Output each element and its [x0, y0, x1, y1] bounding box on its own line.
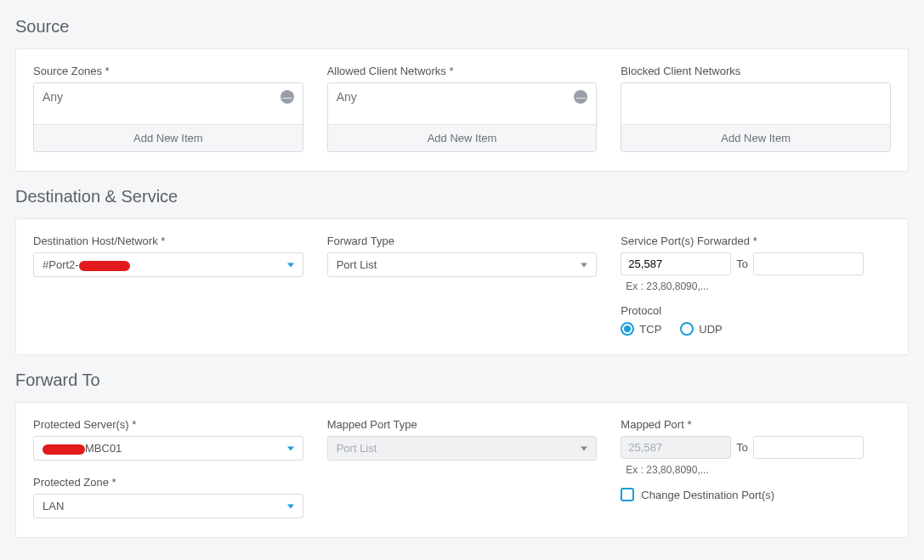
destination-host-label: Destination Host/Network *: [33, 235, 303, 247]
allowed-networks-add-button[interactable]: Add New Item: [328, 124, 597, 151]
remove-icon[interactable]: —: [281, 90, 294, 104]
allowed-networks-box: Any — Add New Item: [327, 82, 598, 152]
blocked-networks-add-button[interactable]: Add New Item: [621, 124, 890, 151]
source-zones-content: Any —: [34, 83, 303, 124]
remove-icon[interactable]: —: [574, 90, 587, 104]
change-destination-port-checkbox[interactable]: Change Destination Port(s): [621, 488, 891, 501]
mapped-port-from-input: [621, 436, 731, 459]
source-section-title: Source: [15, 17, 909, 37]
source-zones-value: Any: [43, 90, 63, 104]
source-zones-add-button[interactable]: Add New Item: [34, 124, 303, 151]
chevron-down-icon: [287, 446, 294, 450]
service-ports-from-input[interactable]: [621, 252, 731, 275]
protected-zone-value: LAN: [43, 500, 64, 512]
chevron-down-icon: [287, 504, 294, 508]
blocked-networks-label: Blocked Client Networks: [621, 65, 891, 77]
redacted-text: [43, 444, 85, 455]
protected-zone-label: Protected Zone *: [33, 476, 303, 489]
chevron-down-icon: [287, 263, 294, 267]
protected-server-suffix: MBC01: [85, 442, 122, 455]
allowed-networks-label: Allowed Client Networks *: [327, 65, 598, 77]
destination-host-select[interactable]: #Port2-: [33, 252, 303, 277]
forward-type-select[interactable]: Port List: [327, 252, 598, 277]
forward-type-value: Port List: [337, 258, 377, 271]
protocol-tcp-radio[interactable]: TCP: [621, 322, 661, 336]
mapped-port-label: Mapped Port *: [621, 418, 891, 431]
radio-icon: [680, 322, 694, 336]
source-zones-label: Source Zones *: [33, 65, 303, 77]
protocol-udp-label: UDP: [699, 323, 722, 336]
forwardto-section-title: Forward To: [15, 371, 909, 390]
mapped-port-type-select: Port List: [327, 436, 598, 461]
change-destination-port-label: Change Destination Port(s): [641, 489, 774, 501]
allowed-networks-value: Any: [337, 90, 357, 104]
forwardto-panel: Protected Server(s) * MBC01 Protected Zo…: [15, 402, 909, 538]
protected-zone-select[interactable]: LAN: [33, 494, 303, 518]
checkbox-icon: [621, 488, 634, 501]
to-label: To: [736, 257, 748, 270]
protocol-label: Protocol: [621, 304, 891, 317]
page-container: Source Source Zones * Any — Add New Item…: [0, 0, 924, 560]
destination-host-prefix: #Port2-: [43, 258, 79, 271]
source-zones-box: Any — Add New Item: [33, 82, 303, 152]
chevron-down-icon: [581, 446, 587, 450]
forward-type-label: Forward Type: [327, 235, 598, 247]
service-ports-label: Service Port(s) Forwarded *: [621, 235, 891, 247]
protected-server-select[interactable]: MBC01: [33, 436, 303, 461]
chevron-down-icon: [581, 263, 587, 267]
service-ports-to-input[interactable]: [753, 252, 864, 275]
service-ports-hint: Ex : 23,80,8090,...: [621, 280, 891, 292]
protected-server-label: Protected Server(s) *: [33, 418, 303, 431]
blocked-networks-content: [621, 83, 890, 124]
mapped-port-to-input[interactable]: [753, 436, 864, 459]
mapped-port-hint: Ex : 23,80,8090,...: [621, 464, 891, 476]
blocked-networks-box: Add New Item: [621, 82, 891, 152]
destination-section-title: Destination & Service: [15, 187, 909, 206]
to-label: To: [736, 441, 748, 454]
mapped-port-type-label: Mapped Port Type: [327, 418, 598, 431]
radio-icon: [621, 322, 634, 336]
allowed-networks-content: Any —: [328, 83, 597, 124]
source-panel: Source Zones * Any — Add New Item Allowe…: [15, 48, 909, 172]
protocol-udp-radio[interactable]: UDP: [680, 322, 722, 336]
destination-panel: Destination Host/Network * #Port2- Forwa…: [15, 218, 909, 355]
protocol-tcp-label: TCP: [639, 323, 661, 336]
redacted-text: [79, 261, 130, 271]
mapped-port-type-value: Port List: [337, 442, 377, 455]
